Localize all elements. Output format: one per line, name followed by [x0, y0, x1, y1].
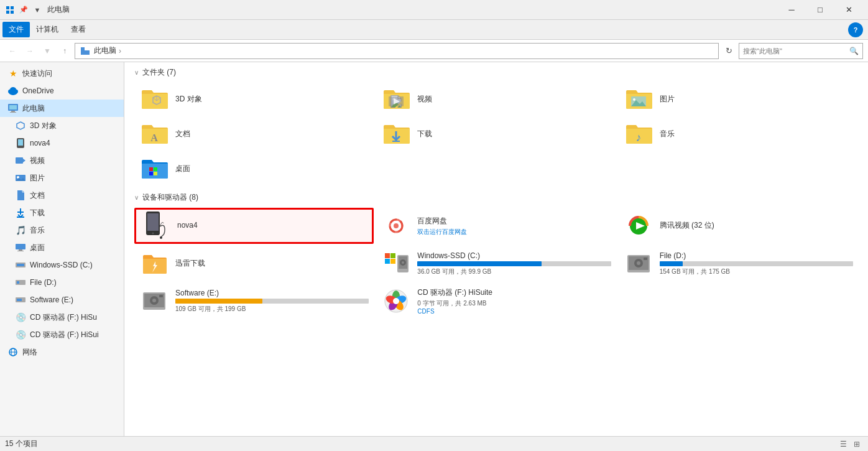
dropdown-icon: ▼ [32, 5, 42, 15]
large-icon-view-button[interactable]: ⊞ [851, 438, 863, 450]
device-drive-d-info: File (D:) 154 GB 可用，共 175 GB [660, 251, 853, 276]
device-nova4[interactable]: nova4 [134, 208, 374, 244]
folder-document[interactable]: A 文档 [134, 118, 374, 150]
sidebar-item-this-pc[interactable]: 此电脑 [0, 100, 124, 117]
baidu-icon [381, 213, 411, 238]
device-tencent-name: 腾讯视频 (32 位) [660, 220, 853, 231]
content-area: ∨ 文件夹 (7) 3D 对象 [124, 62, 868, 436]
star-icon: ★ [7, 68, 19, 79]
sidebar-label: nova4 [30, 139, 50, 147]
folder-video[interactable]: 视频 [376, 83, 616, 115]
device-drive-c[interactable]: Windows-SSD (C:) 36.0 GB 可用，共 99.9 GB [376, 246, 616, 281]
sidebar-item-desktop[interactable]: 桌面 [0, 239, 124, 256]
drive-c-device-icon [381, 251, 411, 276]
sidebar-item-onedrive[interactable]: OneDrive [0, 82, 124, 100]
sidebar-item-drive-d[interactable]: File (D:) [0, 274, 124, 291]
device-cd[interactable]: CD 驱动器 (F:) HiSuite 0 字节 可用，共 2.63 MB CD… [376, 284, 616, 318]
title-bar-controls: ─ □ ✕ [777, 0, 863, 20]
drive-d-progress-bar [660, 261, 853, 266]
device-drive-d[interactable]: File (D:) 154 GB 可用，共 175 GB [619, 246, 858, 281]
svg-point-86 [393, 298, 399, 304]
device-tencent[interactable]: 腾讯视频 (32 位) [619, 208, 858, 244]
minimize-button[interactable]: ─ [777, 0, 806, 20]
device-baidu[interactable]: 百度网盘 双击运行百度网盘 [376, 208, 616, 244]
menu-file[interactable]: 文件 [2, 22, 30, 37]
maximize-button[interactable]: □ [806, 0, 834, 20]
sidebar-label: Windows-SSD (C:) [30, 261, 93, 269]
folder-document-label: 文档 [175, 129, 190, 139]
sidebar-label: 此电脑 [22, 103, 45, 114]
status-item-count: 15 个项目 [5, 439, 38, 449]
svg-rect-27 [17, 264, 24, 266]
folder-picture[interactable]: 图片 [619, 83, 858, 115]
svg-rect-62 [385, 253, 390, 258]
svg-point-73 [637, 261, 640, 265]
sidebar-item-cd-1[interactable]: 💿 CD 驱动器 (F:) HiSu [0, 309, 124, 326]
sidebar-item-music[interactable]: 🎵 音乐 [0, 221, 124, 239]
folder-3d-label: 3D 对象 [175, 94, 202, 105]
svg-rect-49 [154, 167, 157, 171]
sidebar-item-network[interactable]: 网络 [0, 343, 124, 361]
svg-rect-2 [6, 11, 9, 14]
svg-point-69 [402, 261, 404, 264]
refresh-button[interactable]: ↻ [721, 44, 736, 58]
help-button[interactable]: ? [848, 22, 863, 37]
sidebar-item-video[interactable]: 视频 [0, 152, 124, 169]
device-drive-e-size: 109 GB 可用，共 199 GB [175, 305, 369, 314]
svg-rect-25 [17, 251, 24, 251]
sidebar-item-cd-2[interactable]: 💿 CD 驱动器 (F:) HiSui [0, 326, 124, 343]
up-button[interactable]: ↑ [57, 44, 72, 58]
drive-e-icon [15, 294, 26, 305]
device-thunder[interactable]: 迅雷下载 [134, 246, 374, 281]
tencent-icon [624, 213, 653, 238]
pin-icon: 📌 [19, 5, 29, 15]
sidebar-item-document[interactable]: 文档 [0, 187, 124, 204]
svg-marker-14 [17, 122, 24, 129]
computer-icon [7, 103, 19, 114]
sidebar-item-download[interactable]: 下载 [0, 204, 124, 221]
svg-rect-11 [9, 105, 17, 109]
device-drive-e[interactable]: Software (E:) 109 GB 可用，共 199 GB [134, 284, 374, 318]
sidebar-label: CD 驱动器 (F:) HiSu [30, 312, 97, 323]
search-input[interactable] [743, 47, 849, 55]
back-button[interactable]: ← [5, 44, 20, 58]
device-cd-sub: 0 字节 可用，共 2.63 MB [417, 299, 611, 308]
svg-rect-29 [17, 281, 19, 284]
svg-rect-53 [147, 213, 159, 231]
sidebar-item-picture[interactable]: 图片 [0, 169, 124, 187]
forward-button[interactable]: → [22, 44, 37, 58]
device-drive-c-info: Windows-SSD (C:) 36.0 GB 可用，共 99.9 GB [417, 251, 611, 276]
path-separator: › [119, 47, 121, 55]
close-button[interactable]: ✕ [834, 0, 863, 20]
folder-download[interactable]: 下载 [376, 118, 616, 150]
document-icon [15, 190, 26, 201]
device-baidu-info: 百度网盘 双击运行百度网盘 [417, 216, 611, 236]
address-path[interactable]: 此电脑 › [75, 43, 719, 59]
svg-rect-5 [81, 50, 90, 55]
menu-computer[interactable]: 计算机 [30, 22, 65, 37]
sidebar-item-drive-e[interactable]: Software (E:) [0, 291, 124, 309]
device-nova4-name: nova4 [177, 221, 367, 230]
folders-chevron: ∨ [134, 69, 139, 76]
svg-rect-48 [149, 167, 153, 171]
sidebar-item-nova4[interactable]: nova4 [0, 134, 124, 152]
folder-download-label: 下载 [417, 129, 432, 139]
sidebar-label: 文档 [30, 190, 45, 201]
folder-picture-label: 图片 [660, 94, 675, 105]
folder-3d-object[interactable]: 3D 对象 [134, 83, 374, 115]
sidebar-item-3d[interactable]: 3D 对象 [0, 117, 124, 134]
sidebar-item-quick-access[interactable]: ★ 快速访问 [0, 65, 124, 82]
folder-desktop[interactable]: 桌面 [134, 152, 374, 185]
cd-device-icon [381, 289, 411, 314]
sidebar-label: 视频 [30, 156, 45, 166]
folder-music[interactable]: ♪ 音乐 [619, 118, 858, 150]
details-view-button[interactable]: ☰ [837, 438, 849, 450]
cd-icon: 💿 [15, 312, 26, 323]
sidebar-item-drive-c[interactable]: Windows-SSD (C:) [0, 256, 124, 274]
menu-view[interactable]: 查看 [65, 22, 92, 37]
recent-button[interactable]: ▼ [40, 44, 55, 58]
svg-point-54 [152, 233, 154, 235]
svg-rect-79 [159, 295, 163, 297]
svg-rect-74 [644, 258, 647, 260]
svg-rect-65 [390, 259, 395, 264]
